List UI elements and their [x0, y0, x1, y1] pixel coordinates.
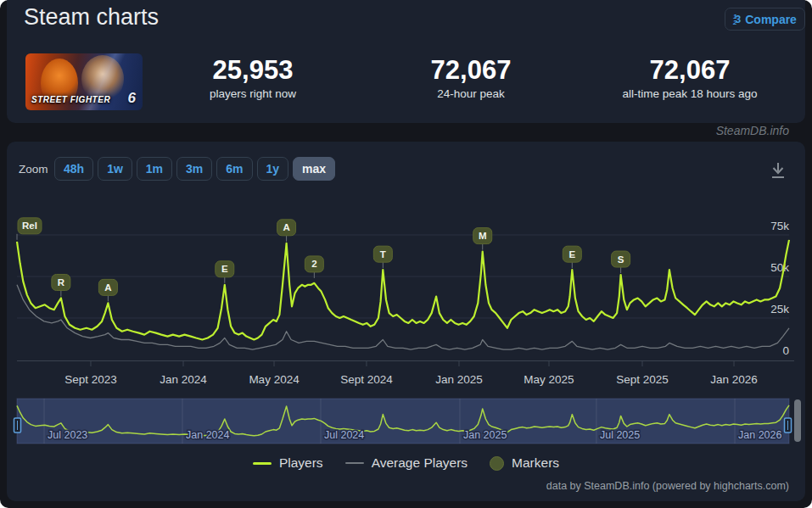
markers-dot-swatch [490, 456, 504, 471]
zoom-range-1y[interactable]: 1y [257, 157, 289, 181]
stat-label: players right now [160, 87, 346, 100]
zoom-range-group: 48h1w1m3m6m1ymax [54, 157, 335, 181]
marker-label: M [479, 231, 487, 241]
legend-label-average-players: Average Players [372, 455, 468, 471]
compare-button-label: Compare [745, 13, 797, 26]
marker-label: R [58, 277, 65, 287]
stat-value: 72,067 [577, 56, 803, 85]
navigator-handle-left[interactable] [14, 418, 21, 433]
stat-value: 72,067 [378, 56, 564, 85]
marker-label: E [221, 264, 228, 274]
marker-label: Rel [22, 221, 37, 231]
zoom-range-6m[interactable]: 6m [216, 157, 252, 181]
marker-label: S [618, 254, 624, 265]
zoom-range-48h[interactable]: 48h [54, 157, 93, 181]
download-chart-icon[interactable] [766, 159, 790, 181]
legend-item-markers[interactable]: Markers [490, 455, 559, 471]
game-capsule[interactable]: STREET FIGHTER 6 [25, 53, 143, 110]
chart-credits: data by SteamDB.info (powered by highcha… [546, 480, 789, 492]
chart-plot-area[interactable] [17, 204, 789, 365]
zoom-label: Zoom [19, 163, 48, 176]
header-panel: Steam charts 123 Compare STREET FIGHTER … [7, 0, 805, 123]
page-title: Steam charts [24, 4, 159, 31]
zoom-range-1m[interactable]: 1m [137, 157, 172, 181]
navigator[interactable] [17, 399, 789, 444]
stat-players-now: 25,953 players right now [160, 56, 346, 100]
stat-label: 24-hour peak [378, 87, 564, 100]
navigator-handle-right[interactable] [785, 418, 792, 433]
players-line-swatch [253, 462, 272, 465]
marker-label: 2 [311, 259, 316, 269]
navigator-scrollbar[interactable] [794, 399, 801, 442]
marker-label: A [104, 282, 111, 293]
numeric-sort-icon: 123 [733, 14, 741, 25]
marker-label: A [283, 222, 289, 232]
zoom-range-max[interactable]: max [293, 157, 335, 181]
legend-item-average-players[interactable]: Average Players [345, 455, 468, 471]
stat-value: 25,953 [160, 56, 346, 85]
marker-label: T [380, 249, 386, 260]
zoom-range-3m[interactable]: 3m [176, 157, 212, 181]
compare-button[interactable]: 123 Compare [725, 8, 805, 31]
average-line-swatch [345, 462, 364, 464]
steamdb-watermark: SteamDB.info [716, 124, 789, 137]
chart-legend: Players Average Players Markers [0, 455, 812, 471]
game-capsule-number: 6 [128, 90, 136, 107]
legend-label-markers: Markers [512, 455, 559, 471]
steamdb-charts-page: Steam charts 123 Compare STREET FIGHTER … [0, 0, 812, 508]
stat-label: all-time peak 18 hours ago [577, 87, 803, 100]
legend-item-players[interactable]: Players [253, 455, 323, 471]
legend-label-players: Players [279, 455, 323, 471]
stat-alltime-peak: 72,067 all-time peak 18 hours ago [577, 56, 803, 100]
stat-24h-peak: 72,067 24-hour peak [378, 56, 564, 100]
marker-label: E [568, 249, 575, 260]
game-capsule-title: STREET FIGHTER [31, 95, 110, 104]
zoom-range-1w[interactable]: 1w [98, 157, 132, 181]
